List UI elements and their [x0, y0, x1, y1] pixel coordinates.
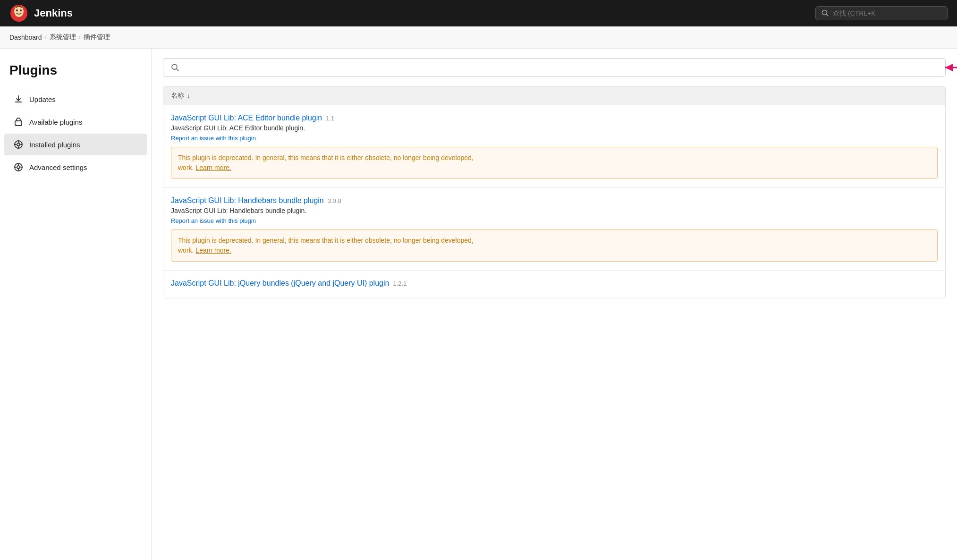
table-row: JavaScript GUI Lib: Handlebars bundle pl… [163, 188, 945, 271]
plugin-version: 3.0.8 [328, 197, 341, 204]
breadcrumb-system[interactable]: 系统管理 [50, 33, 76, 42]
breadcrumb-current: 插件管理 [84, 33, 110, 42]
search-icon [821, 9, 829, 17]
table-header: 名称 ↓ [163, 86, 946, 105]
plugin-description: JavaScript GUI Lib: Handlebars bundle pl… [171, 207, 938, 214]
bag-icon [13, 117, 24, 127]
content-area: deprecated 名称 ↓ JavaScript GUI Lib: ACE … [151, 49, 957, 560]
sidebar: Plugins Updates Available plugins [0, 49, 151, 560]
gear-icon [13, 162, 24, 172]
plugin-search-input[interactable]: deprecated [184, 63, 938, 72]
svg-marker-23 [945, 64, 953, 71]
global-search[interactable] [815, 6, 948, 20]
plugin-deprecated-notice: This plugin is deprecated. In general, t… [171, 229, 938, 262]
deprecated-text: This plugin is deprecated. In general, t… [178, 154, 474, 161]
breadcrumb-dashboard[interactable]: Dashboard [9, 34, 42, 41]
app-title: Jenkins [34, 7, 73, 19]
svg-rect-7 [15, 121, 22, 126]
plugin-name-row: JavaScript GUI Lib: jQuery bundles (jQue… [171, 279, 938, 288]
plugin-name-row: JavaScript GUI Lib: Handlebars bundle pl… [171, 196, 938, 205]
svg-point-9 [17, 143, 20, 146]
page-title: Plugins [0, 58, 151, 87]
plugin-version: 1.1 [326, 115, 334, 122]
plugin-report-link[interactable]: Report an issue with this plugin [171, 135, 256, 142]
sidebar-available-label: Available plugins [29, 118, 82, 126]
deprecated-text2: work. [178, 164, 194, 171]
plugin-report-link[interactable]: Report an issue with this plugin [171, 217, 256, 224]
plugin-name-row: JavaScript GUI Lib: ACE Editor bundle pl… [171, 114, 938, 122]
plugin-version: 1.2.1 [393, 280, 407, 287]
sort-indicator[interactable]: ↓ [187, 92, 190, 100]
sidebar-advanced-label: Advanced settings [29, 163, 87, 171]
breadcrumb-sep-2: › [79, 34, 81, 41]
plugin-name-link[interactable]: JavaScript GUI Lib: ACE Editor bundle pl… [171, 114, 322, 122]
svg-point-15 [17, 166, 20, 169]
sidebar-item-available[interactable]: Available plugins [4, 111, 147, 133]
plugin-list: JavaScript GUI Lib: ACE Editor bundle pl… [163, 105, 946, 298]
table-row: JavaScript GUI Lib: jQuery bundles (jQue… [163, 271, 945, 298]
sidebar-item-installed[interactable]: Installed plugins [4, 134, 147, 155]
breadcrumb-sep-1: › [45, 34, 47, 41]
table-row: JavaScript GUI Lib: ACE Editor bundle pl… [163, 105, 945, 188]
table-col-name: 名称 [171, 92, 184, 100]
learn-more-link[interactable]: Learn more. [195, 246, 231, 254]
plugin-search-bar[interactable]: deprecated [163, 58, 946, 77]
installed-icon [13, 139, 24, 150]
svg-point-1 [14, 6, 24, 17]
learn-more-link[interactable]: Learn more. [195, 164, 231, 171]
plugin-description: JavaScript GUI Lib: ACE Editor bundle pl… [171, 124, 938, 132]
sidebar-item-updates[interactable]: Updates [4, 88, 147, 110]
deprecated-text: This plugin is deprecated. In general, t… [178, 237, 474, 244]
main-layout: Plugins Updates Available plugins [0, 49, 957, 560]
search-area: deprecated [163, 58, 946, 77]
arrow-annotation [936, 58, 957, 77]
sidebar-installed-label: Installed plugins [29, 141, 80, 149]
logo-area: Jenkins [9, 4, 73, 23]
header: Jenkins [0, 0, 957, 26]
plugin-deprecated-notice: This plugin is deprecated. In general, t… [171, 147, 938, 179]
svg-rect-6 [15, 102, 22, 102]
sidebar-updates-label: Updates [29, 95, 56, 103]
plugin-search-icon [171, 63, 179, 72]
svg-point-3 [20, 9, 22, 11]
sidebar-item-advanced[interactable]: Advanced settings [4, 156, 147, 178]
global-search-input[interactable] [833, 9, 927, 17]
svg-point-2 [16, 9, 18, 11]
deprecated-text2: work. [178, 246, 194, 254]
svg-line-5 [827, 15, 829, 17]
jenkins-logo-icon [9, 4, 28, 23]
svg-line-21 [177, 69, 179, 71]
plugin-name-link[interactable]: JavaScript GUI Lib: jQuery bundles (jQue… [171, 279, 389, 288]
plugin-name-link[interactable]: JavaScript GUI Lib: Handlebars bundle pl… [171, 196, 324, 205]
download-icon [13, 94, 24, 104]
breadcrumb: Dashboard › 系统管理 › 插件管理 [0, 26, 957, 49]
